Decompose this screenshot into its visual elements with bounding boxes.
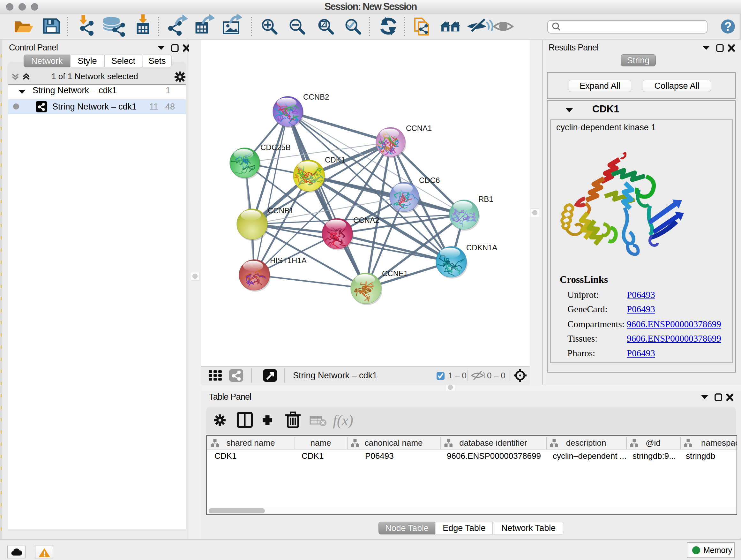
svg-text:CCNA1: CCNA1: [406, 124, 432, 132]
svg-text:CCNB1: CCNB1: [268, 206, 293, 215]
svg-text:CDK1: CDK1: [325, 155, 345, 164]
svg-text:HIST1H1A: HIST1H1A: [270, 256, 307, 265]
svg-text:CDC25B: CDC25B: [260, 143, 291, 152]
svg-text:CCNE1: CCNE1: [382, 269, 408, 278]
svg-text:?: ?: [724, 20, 731, 33]
svg-text:CDC6: CDC6: [419, 176, 440, 185]
svg-text:String Network – cdk1: String Network – cdk1: [293, 371, 377, 380]
svg-text:CCNA2: CCNA2: [353, 216, 379, 225]
svg-text:CCNB2: CCNB2: [303, 92, 329, 101]
svg-text:0 – 0: 0 – 0: [487, 371, 506, 380]
svg-text:CDKN1A: CDKN1A: [466, 243, 497, 252]
svg-text:1 – 0: 1 – 0: [448, 371, 467, 380]
svg-text:f(x): f(x): [333, 412, 353, 428]
svg-text:RB1: RB1: [478, 195, 493, 203]
